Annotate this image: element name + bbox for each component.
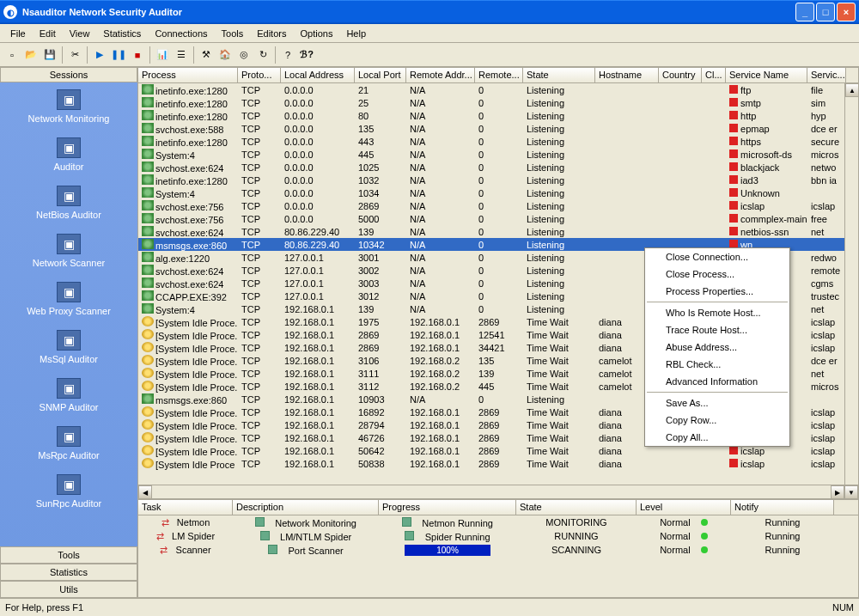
table-row[interactable]: inetinfo.exe:1280TCP0.0.0.025N/A0Listeni…	[138, 96, 858, 109]
sidebar-item-sunrpc-auditor[interactable]: ▣SunRpc Auditor	[0, 467, 137, 515]
list-icon[interactable]: ☰	[173, 46, 190, 64]
sidebar-btn-tools[interactable]: Tools	[0, 546, 137, 564]
table-row[interactable]: System:4TCP0.0.0.0445N/A0Listening micro…	[138, 148, 858, 161]
about-icon[interactable]: ?	[279, 46, 296, 64]
sidebar-btn-statistics[interactable]: Statistics	[0, 564, 137, 581]
pause-icon[interactable]: ❚❚	[110, 46, 127, 64]
menu-help[interactable]: Help	[339, 27, 373, 40]
warning-icon	[142, 329, 154, 339]
task-row[interactable]: ⇄ Netmon Network Monitoring Netmon Runni…	[138, 515, 858, 529]
sidebar-item-network-monitoring[interactable]: ▣Network Monitoring	[0, 82, 137, 131]
maximize-button[interactable]: □	[816, 3, 835, 21]
cell: inetinfo.exe:1280	[138, 97, 238, 109]
cell: TCP	[238, 240, 281, 250]
sidebar-item-mssql-auditor[interactable]: ▣MsSql Auditor	[0, 323, 137, 371]
menu-editors[interactable]: Editors	[250, 27, 293, 40]
table-row[interactable]: inetinfo.exe:1280TCP0.0.0.0443N/A0Listen…	[138, 135, 858, 148]
stop-icon[interactable]: ■	[129, 46, 146, 64]
column-header[interactable]: Service Name	[726, 68, 807, 82]
menu-connections[interactable]: Connections	[148, 27, 214, 40]
task-column-header[interactable]: Progress	[379, 500, 516, 515]
column-header[interactable]: Remote...	[475, 68, 523, 82]
ctx-advanced-information[interactable]: Advanced Information	[645, 373, 789, 390]
refresh-icon[interactable]: ↻	[254, 46, 271, 64]
sidebar-item-web-proxy-scanner[interactable]: ▣Web Proxy Scanner	[0, 275, 137, 323]
task-column-header[interactable]: Description	[233, 500, 379, 515]
ctx-save-as-[interactable]: Save As...	[645, 394, 789, 412]
table-row[interactable]: svchost.exe:588TCP0.0.0.0135N/A0Listenin…	[138, 122, 858, 135]
ctx-close-connection-[interactable]: Close Connection...	[645, 248, 789, 265]
column-header[interactable]: Servic...	[807, 68, 846, 82]
tool1-icon[interactable]: ⚒	[198, 46, 215, 64]
cell: netbios-ssn	[726, 227, 807, 237]
sidebar-item-msrpc-auditor[interactable]: ▣MsRpc Auditor	[0, 419, 137, 467]
sidebar-item-network-scanner[interactable]: ▣Network Scanner	[0, 227, 137, 275]
table-row[interactable]: svchost.exe:756TCP0.0.0.02869N/A0Listeni…	[138, 199, 858, 212]
vertical-scrollbar[interactable]: ▲	[844, 83, 858, 485]
menu-edit[interactable]: Edit	[33, 27, 63, 40]
disconnect-icon[interactable]: ✂	[66, 46, 83, 64]
ctx-abuse-address-[interactable]: Abuse Address...	[645, 338, 789, 356]
table-row[interactable]: svchost.exe:756TCP0.0.0.05000N/A0Listeni…	[138, 212, 858, 225]
new-icon[interactable]: ▫	[3, 46, 21, 64]
ctx-rbl-check-[interactable]: RBL Check...	[645, 356, 789, 373]
table-row[interactable]: [System Idle ProceTCP192.168.0.150838192…	[138, 457, 858, 470]
column-header[interactable]: Process	[138, 68, 238, 82]
chart-icon[interactable]: 📊	[154, 46, 171, 64]
home-icon[interactable]: 🏠	[216, 46, 234, 64]
open-icon[interactable]: 📂	[22, 46, 40, 64]
ctx-copy-row-[interactable]: Copy Row...	[645, 412, 789, 429]
menu-tools[interactable]: Tools	[215, 27, 251, 40]
table-row[interactable]: inetinfo.exe:1280TCP0.0.0.01032N/A0Liste…	[138, 174, 858, 186]
column-header[interactable]: Local Address	[281, 68, 355, 82]
close-button[interactable]: ×	[837, 3, 856, 21]
table-row[interactable]: inetinfo.exe:1280TCP0.0.0.080N/A0Listeni…	[138, 109, 858, 122]
ctx-process-properties-[interactable]: Process Properties...	[645, 283, 789, 300]
play-icon[interactable]: ▶	[91, 46, 108, 64]
table-row[interactable]: svchost.exe:624TCP0.0.0.01025N/A0Listeni…	[138, 161, 858, 174]
task-row[interactable]: ⇄ LM Spider LM/NTLM Spider Spider Runnin…	[138, 529, 858, 543]
help-icon[interactable]: ℬ?	[298, 46, 315, 64]
sidebar-item-snmp-auditor[interactable]: ▣SNMP Auditor	[0, 371, 137, 419]
table-row[interactable]: svchost.exe:624TCP80.86.229.40139N/A0Lis…	[138, 225, 858, 238]
task-column-header[interactable]: State	[516, 500, 637, 515]
ctx-who-is-remote-host-[interactable]: Who Is Remote Host...	[645, 304, 789, 321]
warning-icon	[142, 342, 154, 352]
table-row[interactable]: System:4TCP0.0.0.01034N/A0Listening Unkn…	[138, 186, 858, 199]
cell: net	[807, 304, 846, 314]
task-column-header[interactable]: Task	[138, 500, 233, 515]
save-icon[interactable]: 💾	[41, 46, 58, 64]
minimize-button[interactable]: _	[795, 3, 814, 21]
sidebar-item-netbios-auditor[interactable]: ▣NetBios Auditor	[0, 179, 137, 227]
column-header[interactable]: Cl...	[702, 68, 726, 82]
table-row[interactable]: inetinfo.exe:1280TCP0.0.0.021N/A0Listeni…	[138, 83, 858, 96]
cell: 0	[475, 265, 523, 276]
menu-file[interactable]: File	[3, 27, 33, 40]
scroll-down-icon[interactable]: ▼	[844, 485, 858, 499]
column-header[interactable]: Proto...	[238, 68, 281, 82]
task-row[interactable]: ⇄ Scanner Port Scanner100%SCANNINGNormal…	[138, 543, 858, 557]
scan-icon[interactable]: ◎	[235, 46, 253, 64]
column-header[interactable]: State	[523, 68, 595, 82]
sidebar-item-auditor[interactable]: ▣Auditor	[0, 131, 137, 179]
horizontal-scrollbar[interactable]: ◀ ▶ ▼	[138, 485, 858, 498]
scroll-left-icon[interactable]: ◀	[138, 485, 152, 499]
column-header[interactable]: Remote Addr...	[406, 68, 475, 82]
cell: secure	[807, 137, 846, 147]
ctx-copy-all-[interactable]: Copy All...	[645, 429, 789, 446]
task-column-header[interactable]: Level	[637, 500, 731, 515]
cell: 127.0.0.1	[281, 253, 355, 263]
menu-statistics[interactable]: Statistics	[96, 27, 148, 40]
column-header[interactable]: Country	[659, 68, 702, 82]
column-header[interactable]: Hostname	[595, 68, 659, 82]
ctx-trace-route-host-[interactable]: Trace Route Host...	[645, 321, 789, 338]
ctx-close-process-[interactable]: Close Process...	[645, 265, 789, 283]
scroll-up-icon[interactable]: ▲	[845, 83, 859, 97]
menu-options[interactable]: Options	[293, 27, 339, 40]
task-column-header[interactable]: Notify	[731, 500, 834, 515]
sidebar-btn-utils[interactable]: Utils	[0, 581, 137, 598]
cell: 139	[355, 304, 406, 314]
column-header[interactable]: Local Port	[355, 68, 406, 82]
menu-view[interactable]: View	[63, 27, 97, 40]
scroll-right-icon[interactable]: ▶	[831, 485, 844, 499]
